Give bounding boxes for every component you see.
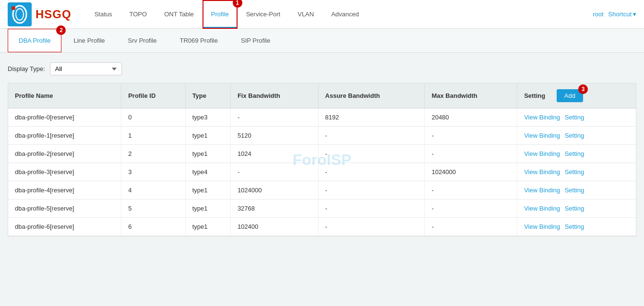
cell-type: type1 [185,181,230,200]
add-button[interactable]: Add 3 [557,89,583,102]
nav-topo[interactable]: TOPO [121,0,156,29]
setting-link[interactable]: Setting [565,168,584,176]
shortcut-button[interactable]: Shortcut ▾ [608,11,636,18]
tab-dba-profile[interactable]: DBA Profile 2 [8,29,61,52]
cell-max-bw: 20480 [425,108,517,127]
cell-assure-bw: - [318,218,425,236]
cell-actions: View Binding Setting [517,163,636,181]
cell-max-bw: - [425,218,517,236]
logo-area: HSGQ [8,2,72,26]
cell-actions: View Binding Setting [517,218,636,236]
view-binding-link[interactable]: View Binding [524,223,560,230]
cell-type: type1 [185,218,230,236]
nav-profile[interactable]: Profile 1 [203,0,238,29]
cell-profile-id: 1 [121,127,185,145]
setting-link[interactable]: Setting [565,187,584,194]
cell-fix-bw: 32768 [230,200,318,218]
col-max-bandwidth: Max Bandwidth [425,83,517,108]
cell-fix-bw: 1024 [230,145,318,163]
col-profile-name: Profile Name [8,83,121,108]
cell-fix-bw: - [230,108,318,127]
display-type-row: Display Type: All Type1 Type2 Type3 Type… [8,62,636,75]
cell-fix-bw: - [230,163,318,181]
cell-profile-id: 5 [121,200,185,218]
table-row: dba-profile-6[reserve] 6 type1 102400 - … [8,218,636,236]
tab-line-profile[interactable]: Line Profile [62,29,116,52]
nav-status[interactable]: Status [86,0,121,29]
tab-srv-profile[interactable]: Srv Profile [117,29,168,52]
svg-point-3 [12,6,15,10]
content-area: Display Type: All Type1 Type2 Type3 Type… [0,53,644,246]
logo-text: HSGQ [36,8,72,21]
tab-tr069-profile[interactable]: TR069 Profile [169,29,229,52]
setting-link[interactable]: Setting [565,223,584,230]
cell-type: type3 [185,108,230,127]
col-assure-bandwidth: Assure Bandwidth [318,83,425,108]
table-row: dba-profile-5[reserve] 5 type1 32768 - -… [8,200,636,218]
view-binding-link[interactable]: View Binding [524,205,560,212]
cell-type: type1 [185,127,230,145]
cell-max-bw: - [425,200,517,218]
annotation-badge-3: 3 [578,84,588,94]
table-container: ForoISP Profile Name Profile ID Type Fix… [8,83,636,236]
cell-type: type1 [185,145,230,163]
dba-profile-table: Profile Name Profile ID Type Fix Bandwid… [8,83,636,236]
main-nav: Status TOPO ONT Table Profile 1 Service-… [86,0,593,29]
cell-assure-bw: - [318,181,425,200]
cell-assure-bw: - [318,145,425,163]
chevron-down-icon: ▾ [633,11,636,18]
cell-type: type1 [185,200,230,218]
cell-profile-id: 2 [121,145,185,163]
header: HSGQ Status TOPO ONT Table Profile 1 Ser… [0,0,644,29]
view-binding-link[interactable]: View Binding [524,187,560,194]
view-binding-link[interactable]: View Binding [524,114,560,121]
table-row: dba-profile-3[reserve] 3 type4 - - 10240… [8,163,636,181]
cell-actions: View Binding Setting [517,200,636,218]
cell-profile-name: dba-profile-1[reserve] [8,127,121,145]
logo-icon [8,2,32,26]
cell-actions: View Binding Setting [517,181,636,200]
nav-right: root Shortcut ▾ [593,11,636,18]
cell-profile-id: 3 [121,163,185,181]
cell-actions: View Binding Setting [517,108,636,127]
setting-link[interactable]: Setting [565,205,584,212]
cell-actions: View Binding Setting [517,145,636,163]
col-profile-id: Profile ID [121,83,185,108]
col-type: Type [185,83,230,108]
table-row: dba-profile-0[reserve] 0 type3 - 8192 20… [8,108,636,127]
setting-link[interactable]: Setting [565,132,584,139]
setting-link[interactable]: Setting [565,114,584,121]
table-header-row: Profile Name Profile ID Type Fix Bandwid… [8,83,636,108]
cell-fix-bw: 102400 [230,218,318,236]
nav-service-port[interactable]: Service-Port [238,0,289,29]
cell-max-bw: 1024000 [425,163,517,181]
cell-max-bw: - [425,127,517,145]
col-setting: Setting Add 3 [517,83,636,108]
nav-vlan[interactable]: VLAN [289,0,322,29]
cell-profile-name: dba-profile-5[reserve] [8,200,121,218]
cell-profile-name: dba-profile-2[reserve] [8,145,121,163]
cell-assure-bw: 8192 [318,108,425,127]
tab-sip-profile[interactable]: SIP Profile [230,29,281,52]
cell-profile-id: 0 [121,108,185,127]
cell-profile-name: dba-profile-0[reserve] [8,108,121,127]
setting-link[interactable]: Setting [565,150,584,157]
nav-advanced[interactable]: Advanced [322,0,368,29]
table-row: dba-profile-2[reserve] 2 type1 1024 - - … [8,145,636,163]
cell-profile-name: dba-profile-6[reserve] [8,218,121,236]
nav-ont-table[interactable]: ONT Table [155,0,203,29]
cell-type: type4 [185,163,230,181]
cell-max-bw: - [425,145,517,163]
view-binding-link[interactable]: View Binding [524,150,560,157]
cell-actions: View Binding Setting [517,127,636,145]
table-row: dba-profile-4[reserve] 4 type1 1024000 -… [8,181,636,200]
view-binding-link[interactable]: View Binding [524,132,560,139]
cell-assure-bw: - [318,163,425,181]
view-binding-link[interactable]: View Binding [524,168,560,176]
table-row: dba-profile-1[reserve] 1 type1 5120 - - … [8,127,636,145]
display-type-label: Display Type: [8,65,45,72]
display-type-select[interactable]: All Type1 Type2 Type3 Type4 [50,62,122,75]
table-wrapper: ForoISP Profile Name Profile ID Type Fix… [8,83,636,236]
cell-profile-id: 4 [121,181,185,200]
cell-assure-bw: - [318,127,425,145]
